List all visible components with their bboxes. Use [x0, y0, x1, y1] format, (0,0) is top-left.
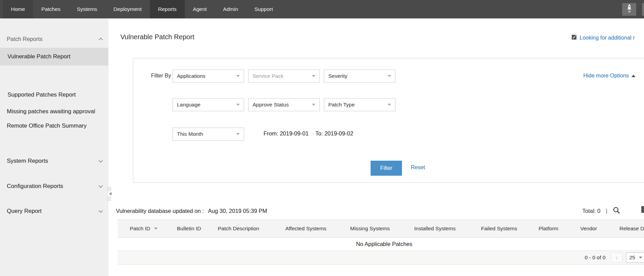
column-label: Patch Description — [218, 226, 259, 232]
sidebar: Patch Reports Vulnerable Patch Report Su… — [0, 18, 108, 276]
sidebar-section-label: Patch Reports — [7, 36, 43, 42]
filter-button[interactable]: Filter — [371, 161, 402, 176]
column-header-patch-description: Patch Description — [218, 220, 259, 237]
nav-item-home[interactable]: Home — [3, 0, 33, 18]
time-period-dropdown[interactable]: This Month — [173, 128, 244, 141]
grip-stripes-icon — [108, 187, 111, 191]
sidebar-section-system-reports[interactable]: System Reports — [7, 157, 102, 165]
top-navigation: Home Patches Systems Deployment Reports … — [0, 0, 644, 18]
filter-panel: Filter By Applications Service Pack Seve… — [133, 58, 644, 183]
sidebar-item-label: Missing patches awaiting approval — [7, 108, 95, 115]
table-empty-row: No Applicable Patches — [118, 238, 644, 251]
column-header-affected-systems: Affected Systems — [285, 220, 326, 237]
main-content: Vulnerable Patch Report Looking for addi… — [108, 18, 644, 276]
column-header-patch-id[interactable]: Patch ID — [130, 220, 158, 237]
sidebar-section-label: Configuration Reports — [7, 183, 63, 190]
page-size-value: 25 — [629, 255, 635, 261]
sidebar-collapse-handle[interactable] — [108, 187, 111, 202]
chevron-down-icon — [99, 208, 103, 213]
nav-edge-button[interactable] — [642, 3, 644, 16]
dropdown-placeholder: Service Pack — [253, 73, 283, 79]
chevron-down-icon — [236, 75, 240, 77]
nav-item-systems[interactable]: Systems — [69, 0, 105, 18]
edit-note-icon — [571, 34, 577, 42]
column-label: Missing Systems — [350, 226, 390, 232]
empty-message: No Applicable Patches — [356, 241, 412, 247]
column-header-missing-systems: Missing Systems — [350, 220, 390, 237]
severity-dropdown[interactable]: Severity — [324, 70, 395, 83]
table-header-row: Patch ID Bulletin ID Patch Description A… — [118, 219, 644, 238]
total-count: Total: 0 — [582, 208, 600, 214]
rocket-button[interactable] — [622, 3, 636, 16]
nav-item-deployment[interactable]: Deployment — [105, 0, 150, 18]
column-label: Release Date — [619, 226, 644, 232]
page-title: Vulnerable Patch Report — [120, 33, 194, 41]
sidebar-item-missing-patches-awaiting-approval[interactable]: Missing patches awaiting approval — [7, 105, 95, 118]
page-size-select[interactable]: 25 — [626, 252, 644, 263]
applications-dropdown[interactable]: Applications — [173, 70, 244, 83]
hide-more-options-link[interactable]: Hide more Options — [583, 73, 635, 79]
date-from: From: 2019-09-01 — [264, 130, 309, 137]
language-dropdown[interactable]: Language — [173, 98, 244, 111]
grip-stripes-icon — [108, 197, 111, 201]
dropdown-value: Language — [177, 102, 200, 108]
rocket-icon — [626, 4, 633, 15]
sidebar-section-query-report[interactable]: Query Report — [7, 207, 102, 216]
chevron-down-icon — [236, 104, 240, 106]
approve-status-dropdown[interactable]: Approve Status — [248, 98, 320, 111]
column-header-release-date: Release Date — [619, 220, 644, 237]
chevron-down-icon — [99, 158, 103, 163]
sidebar-item-vulnerable-patch-report[interactable]: Vulnerable Patch Report — [0, 48, 108, 66]
column-label: Bulletin ID — [177, 226, 201, 232]
vulnerability-db-updated: Vulnerability database updated on :Aug 3… — [116, 208, 267, 214]
app-window: Home Patches Systems Deployment Reports … — [0, 0, 644, 276]
dropdown-value: Approve Status — [253, 102, 289, 108]
column-label: Failed Systems — [481, 226, 517, 232]
service-pack-dropdown[interactable]: Service Pack — [248, 70, 320, 83]
sidebar-section-configuration-reports[interactable]: Configuration Reports — [7, 182, 102, 191]
column-header-failed-systems: Failed Systems — [481, 220, 517, 237]
sidebar-item-supported-patches-report[interactable]: Supported Patches Report — [0, 89, 108, 101]
sidebar-item-remote-office-patch-summary[interactable]: Remote Office Patch Summary — [7, 120, 95, 132]
pagination-prev-button[interactable]: ‹ — [611, 252, 623, 263]
column-header-vendor: Vendor — [580, 220, 597, 237]
dropdown-value: Applications — [177, 73, 206, 79]
patch-type-dropdown[interactable]: Patch Type — [324, 98, 395, 111]
column-label: Vendor — [580, 226, 597, 232]
nav-item-support[interactable]: Support — [246, 0, 281, 18]
table-toolbar: Total: 0 | — [582, 206, 620, 216]
additional-reports-link-label: Looking for additional r — [580, 35, 635, 41]
column-label: Installed Systems — [414, 226, 455, 232]
chevron-down-icon — [312, 75, 315, 77]
pagination-range: 0 - 0 of 0 — [585, 255, 605, 261]
reset-link[interactable]: Reset — [411, 164, 425, 171]
chevron-down-icon — [236, 133, 240, 135]
document-icon[interactable] — [641, 206, 644, 213]
chevron-up-icon — [99, 38, 103, 42]
chevron-down-icon — [388, 75, 391, 77]
chevron-down-icon — [388, 104, 391, 106]
hide-more-options-label: Hide more Options — [583, 73, 629, 79]
dropdown-value: This Month — [177, 131, 203, 137]
sidebar-section-patch-reports[interactable]: Patch Reports — [7, 34, 102, 43]
nav-item-reports[interactable]: Reports — [150, 0, 185, 18]
updated-label: Vulnerability database updated on : — [116, 208, 204, 214]
additional-reports-link[interactable]: Looking for additional r — [571, 34, 644, 42]
search-icon[interactable] — [613, 206, 620, 216]
chevron-down-icon — [312, 104, 315, 106]
date-to: To: 2019-09-02 — [315, 130, 353, 137]
nav-item-admin[interactable]: Admin — [215, 0, 246, 18]
sidebar-item-label: Vulnerable Patch Report — [8, 53, 71, 60]
divider: | — [606, 208, 607, 214]
nav-item-patches[interactable]: Patches — [33, 0, 69, 18]
triangle-left-icon — [107, 192, 111, 195]
column-label: Affected Systems — [285, 226, 326, 232]
column-header-installed-systems: Installed Systems — [414, 220, 455, 237]
column-header-platform: Platform — [539, 220, 558, 237]
pagination-bar: 0 - 0 of 0 ‹ 25 — [118, 251, 644, 265]
updated-value: Aug 30, 2019 05:39 PM — [208, 208, 267, 214]
nav-item-agent[interactable]: Agent — [185, 0, 215, 18]
triangle-up-icon — [631, 75, 635, 77]
sidebar-section-label: Query Report — [7, 208, 42, 215]
sidebar-item-label: Supported Patches Report — [8, 91, 76, 98]
